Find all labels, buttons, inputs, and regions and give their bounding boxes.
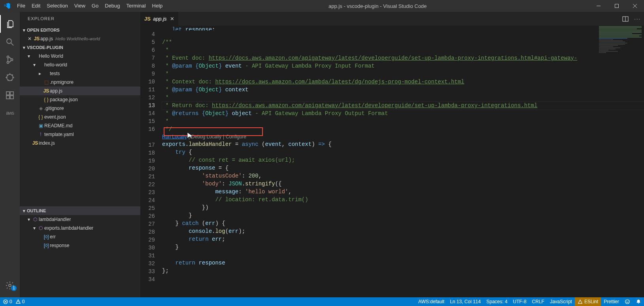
activity-debug-icon[interactable] (0, 68, 20, 86)
activity-extensions-icon[interactable] (0, 86, 20, 104)
svg-point-2 (7, 56, 9, 58)
menu-file[interactable]: File (14, 0, 28, 12)
activity-settings-icon[interactable]: 1 (0, 276, 20, 294)
activity-source-control-icon[interactable] (0, 51, 20, 68)
svg-point-14 (627, 301, 627, 301)
status-cursor-position[interactable]: Ln 13, Col 114 (447, 297, 483, 306)
svg-rect-7 (6, 96, 9, 99)
status-aws[interactable]: AWS:default (415, 297, 447, 306)
menu-edit[interactable]: Edit (28, 0, 43, 12)
tree-item[interactable]: ▣ README.md (20, 121, 140, 130)
tree-item[interactable]: ⬚ .npmignore (20, 78, 140, 87)
tree-item[interactable]: ▸ tests (20, 69, 140, 78)
svg-point-4 (11, 59, 13, 60)
editor-area: JS app.js ✕ ··· 456789101112131415161718… (140, 12, 644, 297)
tab-app-js[interactable]: JS app.js ✕ (140, 12, 179, 26)
js-file-icon: JS (144, 16, 151, 22)
close-icon[interactable]: ✕ (28, 36, 32, 42)
tree-item[interactable]: JS app.js (20, 87, 140, 95)
menu-go[interactable]: Go (89, 0, 102, 12)
menu-debug[interactable]: Debug (102, 0, 123, 12)
editor-tabs: JS app.js ✕ ··· (140, 12, 644, 26)
vscode-logo-icon (0, 2, 14, 9)
codelens-configure[interactable]: Configure (226, 133, 246, 141)
status-notifications-icon[interactable] (633, 297, 644, 306)
svg-point-3 (7, 61, 9, 63)
menu-view[interactable]: View (71, 0, 89, 12)
split-editor-icon[interactable] (622, 16, 629, 22)
menu-selection[interactable]: Selection (43, 0, 71, 12)
codelens-debug-locally[interactable]: Debug Locally (191, 133, 221, 141)
svg-rect-0 (615, 4, 619, 8)
menu-help[interactable]: Help (149, 0, 166, 12)
activity-search-icon[interactable] (0, 33, 20, 51)
code-editor[interactable]: 4567891011121314151617181920212223242526… (140, 26, 644, 297)
explorer-sidebar: EXPLORER ▾OPEN EDITORS ✕ JS app.js Hello… (20, 12, 140, 297)
svg-rect-6 (6, 92, 9, 95)
minimize-icon[interactable] (589, 0, 608, 12)
js-file-icon: JS (33, 36, 40, 42)
status-bar: 0 0 AWS:default Ln 13, Col 114 Spaces: 4… (0, 297, 644, 306)
activity-explorer-icon[interactable] (0, 15, 20, 33)
sidebar-title: EXPLORER (20, 12, 140, 26)
status-encoding[interactable]: UTF-8 (510, 297, 529, 306)
tree-item[interactable]: ◈ .gitignore (20, 104, 140, 113)
tree-item[interactable]: ▾ Hello World (20, 52, 140, 60)
maximize-icon[interactable] (608, 0, 626, 12)
status-prettier[interactable]: Prettier (601, 297, 622, 306)
close-icon[interactable] (626, 0, 644, 12)
tree-item[interactable]: ▾ ⬡ lambdaHandler (20, 215, 140, 224)
status-language[interactable]: JavaScript (547, 297, 575, 306)
codelens-run-locally[interactable]: Run Locally (162, 133, 187, 141)
menu-terminal[interactable]: Terminal (123, 0, 149, 12)
status-indentation[interactable]: Spaces: 4 (483, 297, 510, 306)
status-problems[interactable]: 0 0 (0, 297, 27, 306)
tree-item[interactable]: { } event.json (20, 113, 140, 121)
activity-bar: aws 1 (0, 12, 20, 297)
open-editor-item[interactable]: ✕ JS app.js Hello World\hello-world (20, 34, 140, 43)
tree-item[interactable]: ! template.yaml (20, 130, 140, 139)
tree-item[interactable]: [◊] err (20, 232, 140, 241)
tree-item[interactable]: ▾ hello-world (20, 60, 140, 69)
status-feedback-icon[interactable] (622, 297, 633, 306)
tree-item[interactable]: JS index.js (20, 139, 140, 147)
title-bar: File Edit Selection View Go Debug Termin… (0, 0, 644, 12)
svg-point-1 (7, 39, 11, 43)
activity-aws-icon[interactable]: aws (0, 104, 20, 122)
section-outline[interactable]: ▾OUTLINE (20, 206, 140, 215)
svg-rect-8 (10, 96, 13, 99)
tab-close-icon[interactable]: ✕ (170, 16, 174, 22)
menu-bar: File Edit Selection View Go Debug Termin… (14, 0, 166, 12)
svg-rect-9 (10, 92, 13, 95)
tree-item[interactable]: ▾ ⬡ exports.lambdaHandler (20, 224, 140, 232)
status-eol[interactable]: CRLF (529, 297, 547, 306)
window-title: app.js - vscode-plugin - Visual Studio C… (166, 3, 589, 9)
tree-item[interactable]: { } package.json (20, 95, 140, 104)
svg-point-13 (625, 300, 630, 304)
codelens-actions: Run Locally| Debug Locally| Configure (162, 133, 644, 140)
tree-item[interactable]: [◊] response (20, 241, 140, 250)
svg-point-10 (9, 284, 11, 287)
status-eslint[interactable]: ESLint (575, 297, 601, 306)
svg-point-15 (628, 301, 628, 301)
settings-badge: 1 (11, 285, 17, 291)
section-project[interactable]: ▾VSCODE-PLUGIN (20, 43, 140, 52)
minimap[interactable] (597, 26, 644, 85)
more-actions-icon[interactable]: ··· (634, 16, 641, 22)
section-open-editors[interactable]: ▾OPEN EDITORS (20, 26, 140, 34)
tab-label: app.js (153, 16, 167, 22)
